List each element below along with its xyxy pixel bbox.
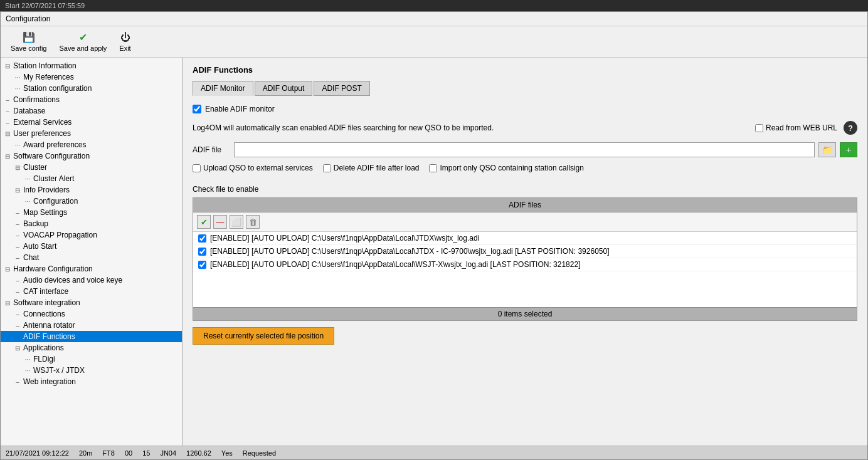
sidebar-item-software-configuration[interactable]: ⊟Software Configuration — [1, 150, 182, 162]
sidebar-item-cat-interface[interactable]: –CAT interface — [1, 286, 182, 297]
table-check-button[interactable]: ✔ — [197, 215, 211, 229]
toolbar: 💾 Save config ✔ Save and apply ⏻ Exit — [1, 26, 867, 58]
bottom-bar: 21/07/2021 09:12:22 20m FT8 00 15 JN04 1… — [1, 446, 867, 459]
save-apply-label: Save and apply — [59, 44, 107, 52]
tree-expand-icon: – — [13, 311, 22, 318]
sidebar-item-fldigi[interactable]: ···FLDigi — [1, 353, 182, 365]
option-label-delete-adif: Delete ADIF file after load — [334, 164, 420, 172]
sidebar[interactable]: ⊟Station Information···My References···S… — [1, 58, 183, 446]
info-row: Log4OM will automatically scan enabled A… — [193, 121, 857, 135]
web-url-row: Read from WEB URL — [755, 123, 837, 132]
sidebar-item-label: Antenna rotator — [23, 321, 75, 330]
bottom-date: 21/07/2021 09:12:22 — [6, 449, 69, 457]
sidebar-item-label: Web integration — [23, 377, 76, 386]
sidebar-item-label: User preferences — [13, 129, 71, 138]
sidebar-item-map-settings[interactable]: –Map Settings — [1, 207, 182, 218]
sidebar-item-label: ADIF Functions — [23, 332, 75, 341]
sidebar-item-user-preferences[interactable]: ⊟User preferences — [1, 128, 182, 139]
sidebar-item-external-services[interactable]: –External Services — [1, 117, 182, 128]
table-row: [ENABLED] [AUTO UPLOAD] C:\Users\f1nqp\A… — [193, 258, 857, 271]
sidebar-item-database[interactable]: –Database — [1, 105, 182, 117]
sidebar-item-applications[interactable]: ⊟Applications — [1, 342, 182, 353]
sidebar-item-hardware-configuration[interactable]: ⊟Hardware Configuration — [1, 263, 182, 274]
sidebar-item-web-integration[interactable]: –Web integration — [1, 376, 182, 387]
sidebar-item-cluster-alert[interactable]: ···Cluster Alert — [1, 173, 182, 184]
sidebar-item-label: Cluster — [23, 163, 47, 172]
web-url-checkbox[interactable] — [755, 124, 763, 132]
sidebar-item-info-providers[interactable]: ⊟Info Providers — [1, 184, 182, 196]
web-url-label: Read from WEB URL — [766, 123, 837, 132]
top-bar-text: Start 22/07/2021 07:55:59 — [5, 2, 85, 9]
sidebar-item-software-integration[interactable]: ⊟Software integration — [1, 297, 182, 308]
sidebar-item-label: Award preferences — [23, 140, 87, 149]
tree-expand-icon: ··· — [13, 85, 22, 92]
sidebar-tree: ⊟Station Information···My References···S… — [1, 58, 182, 390]
exit-icon: ⏻ — [120, 32, 130, 43]
tree-expand-icon: – — [3, 108, 12, 115]
tree-expand-icon: – — [13, 209, 22, 216]
sidebar-item-label: Cluster Alert — [33, 174, 74, 183]
window-title: Configuration — [6, 14, 50, 23]
option-import-only: Import only QSO containing station calls… — [429, 164, 583, 172]
tree-expand-icon: ⊟ — [13, 187, 22, 194]
tree-expand-icon: – — [13, 333, 22, 340]
sidebar-item-voacap[interactable]: –VOACAP Propagation — [1, 229, 182, 241]
sidebar-item-chat[interactable]: –Chat — [1, 252, 182, 263]
tab-adif-output[interactable]: ADIF Output — [255, 81, 313, 96]
option-checkbox-upload-qso[interactable] — [193, 164, 201, 172]
sidebar-item-label: Software Configuration — [13, 152, 90, 160]
sidebar-item-auto-start[interactable]: –Auto Start — [1, 241, 182, 252]
option-checkbox-import-only[interactable] — [429, 164, 437, 172]
sidebar-item-station-configuration[interactable]: ···Station configuration — [1, 83, 182, 94]
enable-adif-checkbox[interactable] — [193, 105, 201, 113]
row-checkbox[interactable] — [198, 261, 206, 269]
sidebar-item-antenna-rotator[interactable]: –Antenna rotator — [1, 320, 182, 331]
enable-adif-label: Enable ADIF monitor — [205, 105, 275, 113]
tree-expand-icon: ··· — [23, 367, 32, 374]
table-delete-button[interactable]: — — [213, 215, 227, 229]
option-label-upload-qso: Upload QSO to external services — [203, 164, 313, 172]
add-file-button[interactable]: + — [840, 142, 857, 157]
table-copy-button[interactable]: ⬜ — [230, 215, 243, 229]
sidebar-item-label: External Services — [13, 118, 71, 127]
bottom-band: 20m — [79, 449, 92, 457]
tree-expand-icon: ⊟ — [3, 266, 12, 273]
sidebar-item-award-preferences[interactable]: ···Award preferences — [1, 139, 182, 150]
sidebar-item-station-information[interactable]: ⊟Station Information — [1, 60, 182, 71]
row-checkbox[interactable] — [198, 234, 206, 243]
sidebar-item-audio-devices[interactable]: –Audio devices and voice keye — [1, 274, 182, 286]
reset-button[interactable]: Reset currently selected file position — [193, 327, 334, 345]
exit-button[interactable]: ⏻ Exit — [114, 29, 135, 55]
bottom-col8: Requested — [243, 449, 276, 457]
help-button[interactable]: ? — [844, 121, 857, 135]
sidebar-item-cluster[interactable]: ⊟Cluster — [1, 162, 182, 173]
bottom-col5: JN04 — [160, 449, 176, 457]
sidebar-item-backup[interactable]: –Backup — [1, 218, 182, 229]
save-config-button[interactable]: 💾 Save config — [6, 29, 51, 55]
save-and-apply-button[interactable]: ✔ Save and apply — [54, 29, 112, 55]
sidebar-item-label: CAT interface — [23, 287, 68, 296]
option-checkbox-delete-adif[interactable] — [323, 164, 331, 172]
bottom-col4: 15 — [142, 449, 150, 457]
sidebar-item-label: Software integration — [13, 298, 80, 307]
option-label-import-only: Import only QSO containing station calls… — [440, 164, 583, 172]
sidebar-item-connections[interactable]: –Connections — [1, 308, 182, 320]
sidebar-item-wsjtx[interactable]: ···WSJT-x / JTDX — [1, 365, 182, 376]
sidebar-item-info-config[interactable]: ···Configuration — [1, 196, 182, 207]
tab-adif-monitor[interactable]: ADIF Monitor — [193, 81, 253, 96]
browse-button[interactable]: 📁 — [818, 142, 836, 157]
table-trash-button[interactable]: 🗑 — [246, 215, 260, 229]
tree-expand-icon: ⊟ — [3, 300, 12, 306]
sidebar-item-my-references[interactable]: ···My References — [1, 71, 182, 83]
adif-file-label: ADIF file — [193, 145, 230, 154]
title-bar: Configuration — [1, 12, 867, 26]
adif-file-input[interactable] — [234, 142, 815, 157]
sidebar-item-label: VOACAP Propagation — [23, 231, 97, 239]
tab-adif-post[interactable]: ADIF POST — [314, 81, 369, 96]
row-checkbox[interactable] — [198, 248, 206, 256]
tree-expand-icon: – — [13, 254, 22, 261]
table-status: 0 items selected — [193, 307, 857, 320]
enable-adif-row: Enable ADIF monitor — [193, 105, 857, 113]
sidebar-item-confirmations[interactable]: –Confirmations — [1, 94, 182, 105]
sidebar-item-adif-functions[interactable]: –ADIF Functions — [1, 331, 182, 342]
